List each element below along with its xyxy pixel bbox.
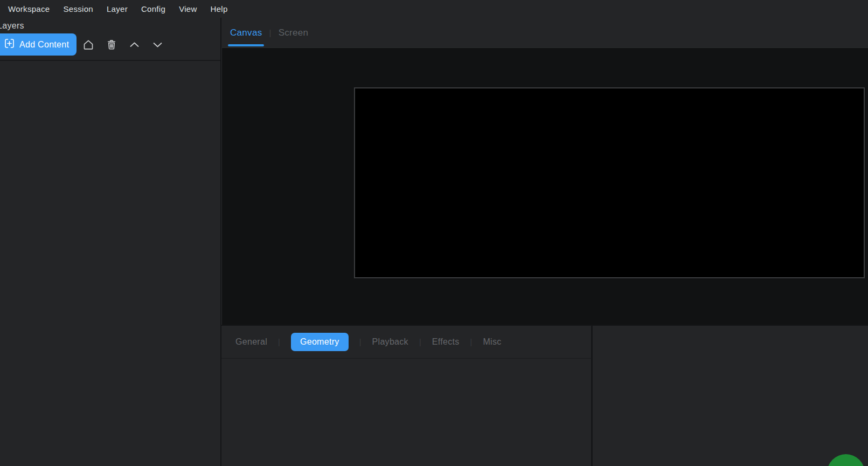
- bottom-dock: General | Geometry | Playback | Effects …: [221, 325, 868, 466]
- tab-effects[interactable]: Effects: [432, 337, 460, 347]
- tab-screen[interactable]: Screen: [279, 18, 309, 47]
- add-content-label: Add Content: [19, 40, 69, 50]
- menu-item-help[interactable]: Help: [211, 4, 228, 13]
- properties-body: [221, 359, 591, 466]
- chevron-up-icon: [128, 39, 141, 51]
- trash-icon: [106, 39, 117, 51]
- move-layer-up-button[interactable]: [123, 33, 146, 56]
- canvas-viewport[interactable]: [221, 47, 868, 325]
- main-region: Canvas | Screen General | Geometry | Pla…: [221, 18, 868, 466]
- menu-item-config[interactable]: Config: [141, 4, 165, 13]
- home-button[interactable]: [77, 33, 100, 56]
- chevron-down-icon: [151, 39, 164, 51]
- properties-tab-bar: General | Geometry | Playback | Effects …: [221, 326, 591, 358]
- tab-canvas-label: Canvas: [230, 28, 262, 38]
- app-window: { "menu_bar": { "items": [ {"label": "Wo…: [0, 0, 868, 466]
- bottom-right-panel: [593, 326, 868, 466]
- layers-panel: Layers Add Content: [0, 18, 220, 466]
- move-layer-down-button[interactable]: [146, 33, 169, 56]
- add-content-icon: [4, 38, 15, 51]
- menu-bar: Workspace Session Layer Config View Help: [0, 0, 868, 18]
- layers-panel-title: Layers: [0, 21, 24, 31]
- menu-item-session[interactable]: Session: [63, 4, 93, 13]
- layers-list[interactable]: [0, 61, 220, 466]
- green-action-button[interactable]: [827, 454, 865, 466]
- view-tab-bar: Canvas | Screen: [221, 18, 868, 47]
- tab-general[interactable]: General: [235, 337, 267, 347]
- add-content-button[interactable]: Add Content: [0, 33, 77, 56]
- menu-item-view[interactable]: View: [179, 4, 197, 13]
- layers-toolbar: Add Content: [0, 33, 169, 56]
- menu-item-layer[interactable]: Layer: [107, 4, 128, 13]
- delete-layer-button[interactable]: [100, 33, 123, 56]
- tab-canvas[interactable]: Canvas: [230, 18, 262, 47]
- tab-playback[interactable]: Playback: [372, 337, 408, 347]
- home-icon: [82, 39, 94, 51]
- view-tab-separator: |: [269, 28, 271, 37]
- tab-geometry[interactable]: Geometry: [291, 333, 349, 351]
- output-surface[interactable]: [354, 87, 865, 278]
- properties-panel: General | Geometry | Playback | Effects …: [221, 326, 591, 466]
- properties-tab-separator: |: [278, 338, 280, 346]
- properties-tab-separator: |: [359, 338, 362, 346]
- properties-tab-separator: |: [470, 338, 473, 346]
- menu-item-workspace[interactable]: Workspace: [8, 4, 50, 13]
- tab-misc[interactable]: Misc: [483, 337, 501, 347]
- properties-tab-separator: |: [419, 338, 421, 346]
- tab-screen-label: Screen: [279, 28, 309, 38]
